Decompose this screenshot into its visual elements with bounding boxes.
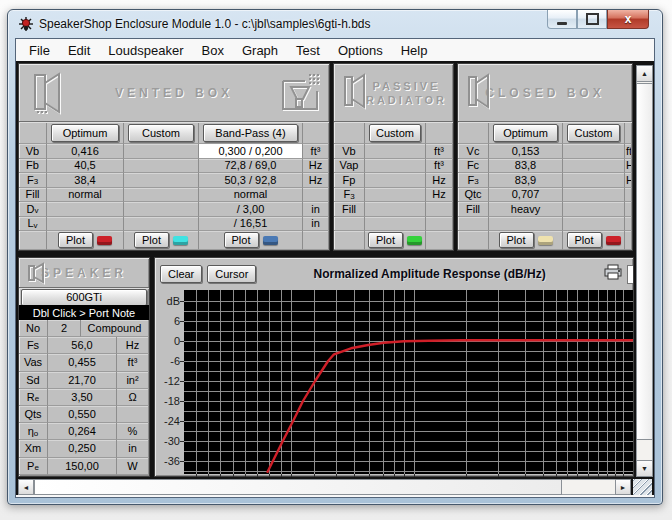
menu-item-loudspeaker[interactable]: Loudspeaker xyxy=(99,41,192,60)
plot-button[interactable]: Plot xyxy=(58,232,93,248)
value-cell-custom[interactable] xyxy=(563,144,625,159)
menu-item-file[interactable]: File xyxy=(20,41,59,60)
value-cell-bandpass[interactable]: 72,8 / 69,0 xyxy=(199,159,303,174)
param-value-cell[interactable]: 0,264 xyxy=(48,423,117,440)
printer-icon[interactable] xyxy=(603,264,625,284)
x-tick-mark xyxy=(615,474,616,477)
value-cell-optimum[interactable]: 0,153 xyxy=(489,144,563,159)
row-label-text: Qtc xyxy=(464,188,481,200)
value-cell-optimum[interactable]: 40,5 xyxy=(47,159,124,174)
value-cell-optimum[interactable]: 0,416 xyxy=(47,144,124,159)
param-value-cell[interactable]: 56,0 xyxy=(48,337,117,354)
value-cell-optimum[interactable] xyxy=(489,217,563,232)
value-cell-value[interactable] xyxy=(365,159,426,174)
menu-item-options[interactable]: Options xyxy=(329,41,392,60)
param-value-cell[interactable]: 0,550 xyxy=(48,406,117,423)
plot-button[interactable]: Plot xyxy=(368,232,403,248)
driver-mode-cell[interactable]: Compound xyxy=(81,320,149,337)
plot-row-corner xyxy=(334,231,365,250)
param-value-cell[interactable]: 150,00 xyxy=(48,458,117,475)
row-label-text: Vap xyxy=(340,159,359,171)
value-cell-value[interactable] xyxy=(365,173,426,188)
column-button-custom[interactable]: Custom xyxy=(567,124,620,142)
column-button-bandpass[interactable]: Band-Pass (4) xyxy=(203,124,298,142)
vertical-scroll-thumb[interactable] xyxy=(636,83,653,440)
plot-color-swatch xyxy=(538,236,553,245)
value-cell-bandpass[interactable]: / 16,51 xyxy=(199,217,303,232)
menu-item-test[interactable]: Test xyxy=(287,41,329,60)
param-unit-cell: Ω xyxy=(117,389,149,406)
x-tick-mark xyxy=(269,474,270,477)
param-value-cell[interactable]: 0,455 xyxy=(48,354,117,371)
value-cell-optimum[interactable]: 83,9 xyxy=(489,173,563,188)
value-cell-custom[interactable] xyxy=(124,217,199,232)
x-tick-mark xyxy=(404,474,405,477)
value-cell-optimum[interactable] xyxy=(47,202,124,217)
value-cell-optimum[interactable] xyxy=(47,217,124,232)
value-cell-optimum[interactable]: normal xyxy=(47,188,124,203)
value-cell-custom[interactable] xyxy=(124,202,199,217)
row-label: Vb xyxy=(19,144,47,159)
value-cell-custom[interactable] xyxy=(124,159,199,174)
value-cell-bandpass[interactable]: / 3,00 xyxy=(199,202,303,217)
value-cell-value[interactable] xyxy=(365,217,426,232)
value-cell-optimum[interactable]: 0,707 xyxy=(489,188,563,203)
value-cell-value[interactable] xyxy=(365,188,426,203)
cursor-button[interactable]: Cursor xyxy=(207,265,256,283)
plot-button[interactable]: Plot xyxy=(134,232,169,248)
value-cell-custom[interactable] xyxy=(563,173,625,188)
plot-button[interactable]: Plot xyxy=(499,232,534,248)
plot-button[interactable]: Plot xyxy=(567,232,602,248)
unit-header-cell xyxy=(303,122,329,144)
column-button-optimum[interactable]: Optimum xyxy=(493,124,558,142)
port-note-bar[interactable]: Dbl Click > Port Note xyxy=(19,305,149,320)
value-cell-custom[interactable] xyxy=(563,188,625,203)
value-cell-custom[interactable] xyxy=(124,188,199,203)
value-cell-optimum[interactable]: heavy xyxy=(489,202,563,217)
minimize-button[interactable] xyxy=(547,10,577,29)
closed-box-header: CLOSED BOX xyxy=(458,64,632,122)
value-cell-custom[interactable] xyxy=(563,159,625,174)
value-cell-value[interactable] xyxy=(365,144,426,159)
menu-item-edit[interactable]: Edit xyxy=(59,41,99,60)
resize-grip[interactable] xyxy=(633,479,652,495)
value-cell-optimum[interactable]: 38,4 xyxy=(47,173,124,188)
value-cell-bandpass[interactable]: normal xyxy=(199,188,303,203)
value-cell-optimum[interactable]: 83,8 xyxy=(489,159,563,174)
horizontal-scrollbar[interactable]: ◄ ► xyxy=(18,479,631,495)
column-button-value[interactable]: Custom xyxy=(369,124,421,142)
value-cell-custom[interactable] xyxy=(563,217,625,232)
scroll-up-button[interactable]: ▲ xyxy=(636,65,653,82)
value-cell-bandpass[interactable]: 0,300 / 0,200 xyxy=(199,144,303,159)
plot-color-swatch xyxy=(407,236,422,245)
x-tick-mark xyxy=(577,474,578,477)
param-value-cell[interactable]: 3,50 xyxy=(48,389,117,406)
column-button-optimum[interactable]: Optimum xyxy=(51,124,119,142)
clear-button[interactable]: Clear xyxy=(160,265,202,283)
driver-count-cell[interactable]: 2 xyxy=(48,320,81,337)
row-label: F3 xyxy=(19,173,47,188)
column-button-custom[interactable]: Custom xyxy=(128,124,194,142)
menu-item-graph[interactable]: Graph xyxy=(233,41,287,60)
value-cell-value[interactable] xyxy=(365,202,426,217)
value-cell-custom[interactable] xyxy=(563,202,625,217)
value-cell-custom[interactable] xyxy=(124,144,199,159)
x-tick-mark xyxy=(291,474,292,477)
maximize-button[interactable] xyxy=(577,10,607,29)
scroll-right-button[interactable]: ► xyxy=(615,479,631,495)
speaker-model-button[interactable]: 600GTi xyxy=(21,289,147,306)
menu-item-help[interactable]: Help xyxy=(392,41,437,60)
scroll-left-button[interactable]: ◄ xyxy=(18,479,34,495)
plot-button[interactable]: Plot xyxy=(224,232,259,248)
vertical-scrollbar[interactable]: ▲ ▼ xyxy=(636,65,653,477)
horizontal-scroll-thumb[interactable] xyxy=(34,479,562,495)
param-value-cell[interactable]: 21,70 xyxy=(48,372,117,389)
title-bar[interactable]: SpeakerShop Enclosure Module 1.0 - c:\jb… xyxy=(8,10,662,38)
close-button[interactable]: x xyxy=(607,10,649,29)
menu-item-box[interactable]: Box xyxy=(193,41,233,60)
value-cell-custom[interactable] xyxy=(124,173,199,188)
clipped-button[interactable] xyxy=(627,265,633,284)
param-value-cell[interactable]: 0,250 xyxy=(48,440,117,457)
value-cell-bandpass[interactable]: 50,3 / 92,8 xyxy=(199,173,303,188)
scroll-down-button[interactable]: ▼ xyxy=(636,460,653,477)
